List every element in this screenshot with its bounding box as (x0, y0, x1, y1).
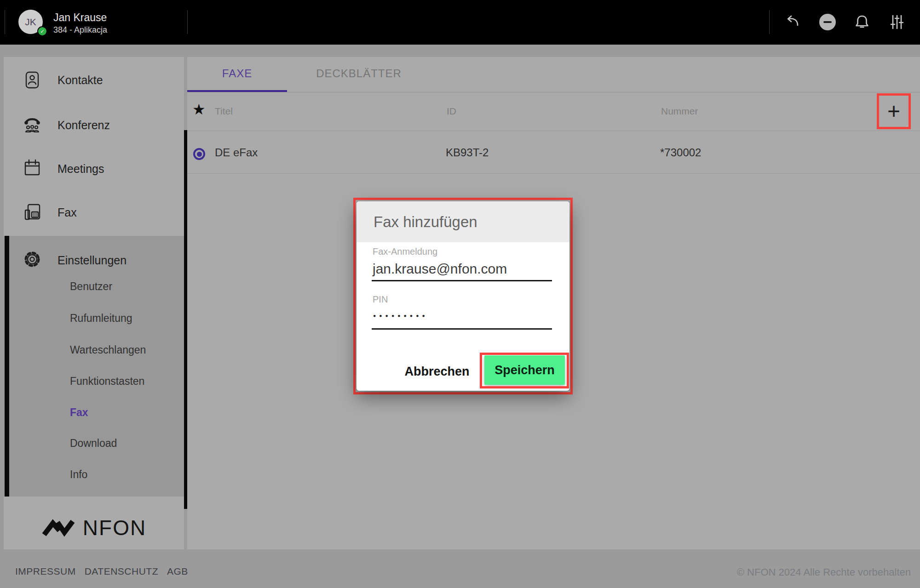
status-check-badge: ✓ (37, 26, 47, 36)
pin-label: PIN (373, 294, 388, 305)
topbar-divider (769, 10, 770, 34)
settings-sliders-icon[interactable] (886, 11, 908, 33)
topbar-divider (187, 10, 188, 34)
cancel-button[interactable]: Abbrechen (400, 360, 474, 383)
dialog-title: Fax hinzufügen (374, 201, 477, 242)
dnd-status-icon[interactable] (816, 11, 839, 33)
avatar-initials: JK (25, 17, 36, 28)
annotation-box-add-button (877, 93, 911, 129)
add-fax-dialog: Fax hinzufügen Fax-Anmeldung jan.krause@… (356, 201, 569, 391)
annotation-box-save-button (480, 353, 569, 388)
dialog-header: Fax hinzufügen (356, 201, 569, 242)
fax-login-underline (372, 280, 552, 281)
pin-underline (372, 328, 552, 330)
fax-login-input[interactable]: jan.krause@nfon.com (373, 261, 507, 277)
user-name: Jan Krause (53, 11, 107, 24)
undo-icon[interactable] (781, 11, 803, 33)
user-extension: 384 - Aplikacja (53, 25, 107, 35)
notifications-bell-icon[interactable] (851, 11, 873, 33)
fax-login-label: Fax-Anmeldung (373, 246, 437, 257)
topbar: JK ✓ Jan Krause 384 - Aplikacja (0, 0, 920, 45)
topbar-divider (5, 10, 5, 34)
pin-input[interactable]: ••••••••• (373, 313, 428, 320)
